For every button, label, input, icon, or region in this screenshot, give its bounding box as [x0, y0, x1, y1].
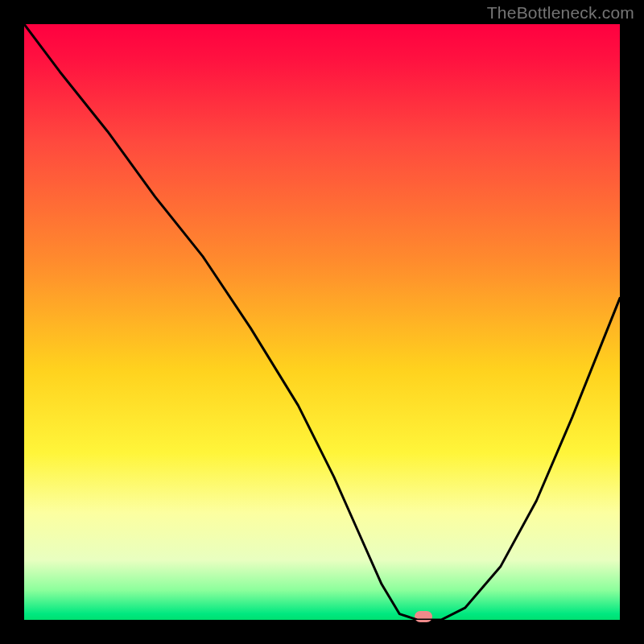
chart-frame: TheBottleneck.com	[0, 0, 644, 644]
bottleneck-curve-path	[24, 24, 620, 620]
watermark-text: TheBottleneck.com	[487, 3, 634, 23]
bottleneck-curve-svg	[24, 24, 620, 620]
